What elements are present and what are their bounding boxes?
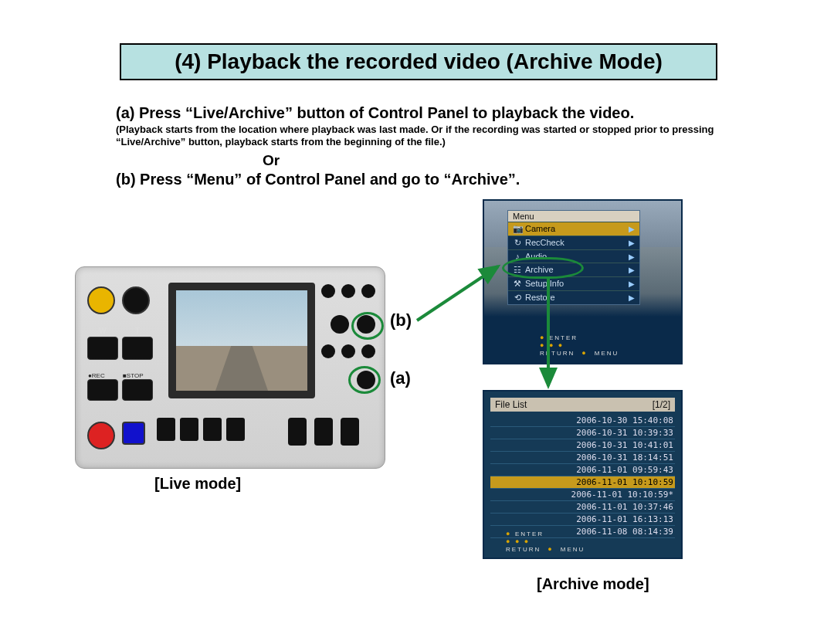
blue-button[interactable] [122,422,145,445]
file-row[interactable]: 2006-11-01 10:37:46 [490,501,675,514]
zoom-wide-button[interactable] [87,337,118,360]
step-a-text: (a) Press “Live/Archive” button of Contr… [116,104,726,122]
device-lcd-screen [168,283,315,398]
filelist-title: File List [495,399,527,410]
archive-mode-caption: [Archive mode] [537,575,649,593]
stop-button[interactable] [122,379,153,401]
callout-circle-b [351,312,384,340]
pause-button[interactable] [341,344,355,358]
skip-row [321,344,375,358]
bookmark-button[interactable] [87,286,115,314]
callout-label-b: (b) [390,310,412,330]
playback-note: (Playback starts from the location where… [116,124,726,149]
menu-item-setupinfo[interactable]: ⚒Setup/Info▶ [508,276,639,290]
toggle-row [288,418,359,446]
file-row[interactable]: 2006-11-01 10:10:59* [490,489,675,501]
rew-button[interactable] [321,284,335,298]
menu-nav-hint: ● ENTER ● ● ● RETURN ● MENU [540,334,619,357]
ir-mode-button[interactable] [180,418,198,441]
audio2-mute-button[interactable] [157,418,175,441]
callout-label-a: (a) [390,368,411,388]
filelist-page: [1/2] [653,399,670,410]
file-row[interactable]: 2006-10-31 18:14:51 [490,452,675,464]
file-row[interactable]: 2006-11-01 10:10:59 [490,476,675,489]
filelist-screenshot: File List [1/2] 2006-10-30 15:40:082006-… [483,390,683,559]
instructions-block: (a) Press “Live/Archive” button of Contr… [116,104,726,188]
camera-select-button[interactable] [203,418,222,441]
control-panel-device [75,266,385,469]
prev-button[interactable] [321,344,335,358]
brightness-toggle[interactable] [314,418,333,446]
onoff-toggle[interactable] [341,418,359,446]
or-separator: Or [263,152,726,169]
return-button[interactable] [331,315,349,334]
next-button[interactable] [361,344,375,358]
rec-button[interactable] [87,379,118,401]
ff-button[interactable] [361,284,375,298]
audio-button[interactable] [226,418,245,441]
section-title: (4) Playback the recorded video (Archive… [120,43,717,80]
file-row[interactable]: 2006-10-30 15:40:08 [490,415,675,427]
file-row[interactable]: 2006-11-01 16:13:13 [490,514,675,526]
menu-screenshot: Menu 📷Camera▶↻RecCheck▶♪Audio▶☷Archive▶⚒… [483,199,683,364]
step-b-text: (b) Press “Menu” of Control Panel and go… [116,171,726,188]
menu-item-camera[interactable]: 📷Camera▶ [508,222,639,236]
file-row[interactable]: 2006-10-31 10:41:01 [490,439,675,452]
playback-row [321,284,375,298]
menu-item-restore[interactable]: ⟲Restore▶ [508,290,639,304]
red-button[interactable] [87,422,115,449]
menu-item-reccheck[interactable]: ↻RecCheck▶ [508,236,639,249]
zoom-tele-button[interactable] [122,337,153,360]
volume-toggle[interactable] [288,418,307,446]
filelist-nav-hint: ● ENTER ● ● ● RETURN ● MENU [506,530,585,553]
archive-highlight-ring [502,257,584,279]
live-mode-caption: [Live mode] [154,475,241,493]
file-row[interactable]: 2006-11-01 09:59:43 [490,464,675,476]
bottom-button-row [157,418,245,441]
menu-title: Menu [508,211,639,222]
filelist-header: File List [1/2] [490,398,675,412]
callout-circle-a [348,366,381,394]
file-row[interactable]: 2006-10-31 10:39:33 [490,427,675,439]
autozoom-button[interactable] [122,286,150,314]
play-button[interactable] [341,284,355,298]
